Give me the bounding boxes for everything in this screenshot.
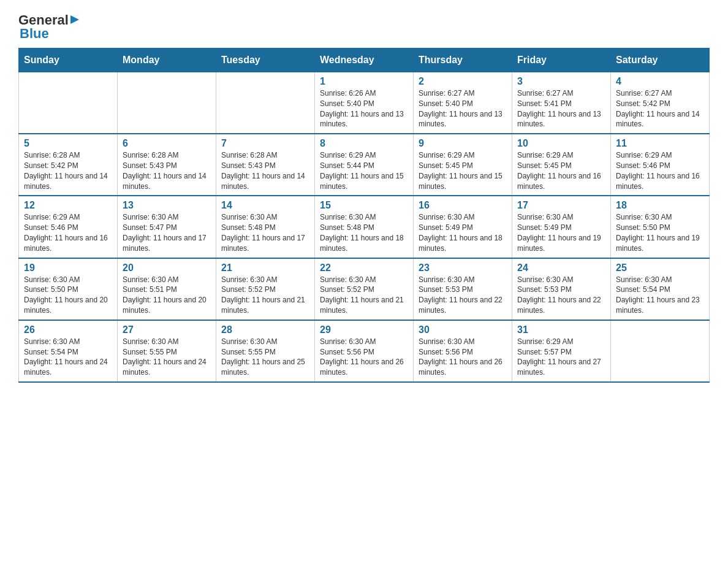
calendar-cell: 30Sunrise: 6:30 AM Sunset: 5:56 PM Dayli… bbox=[414, 320, 512, 382]
day-number: 26 bbox=[24, 324, 112, 335]
calendar-cell: 15Sunrise: 6:30 AM Sunset: 5:48 PM Dayli… bbox=[315, 196, 414, 258]
calendar-cell: 7Sunrise: 6:28 AM Sunset: 5:43 PM Daylig… bbox=[216, 134, 315, 196]
day-info: Sunrise: 6:30 AM Sunset: 5:50 PM Dayligh… bbox=[616, 212, 704, 253]
col-header-friday: Friday bbox=[512, 48, 611, 72]
calendar-cell: 21Sunrise: 6:30 AM Sunset: 5:52 PM Dayli… bbox=[216, 258, 315, 320]
day-info: Sunrise: 6:27 AM Sunset: 5:41 PM Dayligh… bbox=[517, 88, 605, 129]
day-info: Sunrise: 6:30 AM Sunset: 5:56 PM Dayligh… bbox=[419, 337, 507, 378]
day-info: Sunrise: 6:30 AM Sunset: 5:48 PM Dayligh… bbox=[320, 212, 408, 253]
calendar-cell: 11Sunrise: 6:29 AM Sunset: 5:46 PM Dayli… bbox=[611, 134, 710, 196]
logo-text-blue: Blue bbox=[20, 26, 49, 42]
calendar-table: SundayMondayTuesdayWednesdayThursdayFrid… bbox=[18, 48, 710, 383]
calendar-cell: 9Sunrise: 6:29 AM Sunset: 5:45 PM Daylig… bbox=[414, 134, 512, 196]
calendar-cell: 12Sunrise: 6:29 AM Sunset: 5:46 PM Dayli… bbox=[19, 196, 118, 258]
day-number: 9 bbox=[419, 138, 507, 149]
day-info: Sunrise: 6:30 AM Sunset: 5:56 PM Dayligh… bbox=[320, 337, 408, 378]
day-number: 5 bbox=[24, 138, 112, 149]
day-number: 29 bbox=[320, 324, 408, 335]
calendar-week-row: 19Sunrise: 6:30 AM Sunset: 5:50 PM Dayli… bbox=[19, 258, 710, 320]
calendar-cell: 23Sunrise: 6:30 AM Sunset: 5:53 PM Dayli… bbox=[414, 258, 512, 320]
day-info: Sunrise: 6:28 AM Sunset: 5:43 PM Dayligh… bbox=[123, 150, 211, 191]
calendar-cell: 29Sunrise: 6:30 AM Sunset: 5:56 PM Dayli… bbox=[315, 320, 414, 382]
day-number: 17 bbox=[517, 200, 605, 211]
calendar-cell: 3Sunrise: 6:27 AM Sunset: 5:41 PM Daylig… bbox=[512, 72, 611, 134]
day-number: 23 bbox=[419, 262, 507, 274]
day-info: Sunrise: 6:28 AM Sunset: 5:42 PM Dayligh… bbox=[24, 150, 112, 191]
day-info: Sunrise: 6:29 AM Sunset: 5:44 PM Dayligh… bbox=[320, 150, 408, 191]
logo: General Blue bbox=[18, 12, 82, 42]
day-number: 12 bbox=[24, 200, 112, 211]
calendar-cell: 24Sunrise: 6:30 AM Sunset: 5:53 PM Dayli… bbox=[512, 258, 611, 320]
day-number: 25 bbox=[616, 262, 704, 274]
day-number: 18 bbox=[616, 200, 704, 211]
day-info: Sunrise: 6:30 AM Sunset: 5:47 PM Dayligh… bbox=[123, 212, 211, 253]
calendar-cell: 18Sunrise: 6:30 AM Sunset: 5:50 PM Dayli… bbox=[611, 196, 710, 258]
calendar-cell: 1Sunrise: 6:26 AM Sunset: 5:40 PM Daylig… bbox=[315, 72, 414, 134]
calendar-cell: 22Sunrise: 6:30 AM Sunset: 5:52 PM Dayli… bbox=[315, 258, 414, 320]
day-info: Sunrise: 6:30 AM Sunset: 5:55 PM Dayligh… bbox=[221, 337, 309, 378]
day-number: 7 bbox=[221, 138, 309, 149]
day-info: Sunrise: 6:30 AM Sunset: 5:52 PM Dayligh… bbox=[221, 275, 309, 316]
col-header-sunday: Sunday bbox=[19, 48, 118, 72]
calendar-cell bbox=[118, 72, 216, 134]
svg-marker-0 bbox=[70, 15, 79, 24]
day-number: 6 bbox=[123, 138, 211, 149]
day-number: 19 bbox=[24, 262, 112, 274]
day-info: Sunrise: 6:27 AM Sunset: 5:42 PM Dayligh… bbox=[616, 88, 704, 129]
day-info: Sunrise: 6:30 AM Sunset: 5:54 PM Dayligh… bbox=[616, 275, 704, 316]
day-number: 31 bbox=[517, 324, 605, 335]
day-number: 11 bbox=[616, 138, 704, 149]
day-info: Sunrise: 6:30 AM Sunset: 5:51 PM Dayligh… bbox=[123, 275, 211, 316]
calendar-cell: 17Sunrise: 6:30 AM Sunset: 5:49 PM Dayli… bbox=[512, 196, 611, 258]
calendar-cell: 10Sunrise: 6:29 AM Sunset: 5:45 PM Dayli… bbox=[512, 134, 611, 196]
day-info: Sunrise: 6:26 AM Sunset: 5:40 PM Dayligh… bbox=[320, 88, 408, 129]
day-info: Sunrise: 6:30 AM Sunset: 5:53 PM Dayligh… bbox=[517, 275, 605, 316]
day-info: Sunrise: 6:29 AM Sunset: 5:46 PM Dayligh… bbox=[24, 212, 112, 253]
day-info: Sunrise: 6:30 AM Sunset: 5:50 PM Dayligh… bbox=[24, 275, 112, 316]
day-info: Sunrise: 6:30 AM Sunset: 5:54 PM Dayligh… bbox=[24, 337, 112, 378]
day-number: 4 bbox=[616, 76, 704, 87]
col-header-thursday: Thursday bbox=[414, 48, 512, 72]
calendar-cell: 8Sunrise: 6:29 AM Sunset: 5:44 PM Daylig… bbox=[315, 134, 414, 196]
calendar-cell: 28Sunrise: 6:30 AM Sunset: 5:55 PM Dayli… bbox=[216, 320, 315, 382]
day-info: Sunrise: 6:30 AM Sunset: 5:53 PM Dayligh… bbox=[419, 275, 507, 316]
calendar-cell: 6Sunrise: 6:28 AM Sunset: 5:43 PM Daylig… bbox=[118, 134, 216, 196]
calendar-week-row: 12Sunrise: 6:29 AM Sunset: 5:46 PM Dayli… bbox=[19, 196, 710, 258]
col-header-saturday: Saturday bbox=[611, 48, 710, 72]
day-info: Sunrise: 6:30 AM Sunset: 5:49 PM Dayligh… bbox=[419, 212, 507, 253]
calendar-cell: 2Sunrise: 6:27 AM Sunset: 5:40 PM Daylig… bbox=[414, 72, 512, 134]
day-number: 27 bbox=[123, 324, 211, 335]
calendar-cell bbox=[216, 72, 315, 134]
day-info: Sunrise: 6:29 AM Sunset: 5:57 PM Dayligh… bbox=[517, 337, 605, 378]
calendar-cell: 26Sunrise: 6:30 AM Sunset: 5:54 PM Dayli… bbox=[19, 320, 118, 382]
logo-arrow-icon bbox=[70, 14, 82, 25]
calendar-cell: 31Sunrise: 6:29 AM Sunset: 5:57 PM Dayli… bbox=[512, 320, 611, 382]
day-number: 14 bbox=[221, 200, 309, 211]
day-number: 8 bbox=[320, 138, 408, 149]
day-number: 16 bbox=[419, 200, 507, 211]
calendar-cell: 5Sunrise: 6:28 AM Sunset: 5:42 PM Daylig… bbox=[19, 134, 118, 196]
day-info: Sunrise: 6:29 AM Sunset: 5:45 PM Dayligh… bbox=[419, 150, 507, 191]
calendar-cell: 27Sunrise: 6:30 AM Sunset: 5:55 PM Dayli… bbox=[118, 320, 216, 382]
col-header-wednesday: Wednesday bbox=[315, 48, 414, 72]
calendar-cell bbox=[611, 320, 710, 382]
day-info: Sunrise: 6:29 AM Sunset: 5:46 PM Dayligh… bbox=[616, 150, 704, 191]
day-info: Sunrise: 6:29 AM Sunset: 5:45 PM Dayligh… bbox=[517, 150, 605, 191]
day-number: 24 bbox=[517, 262, 605, 274]
calendar-cell bbox=[19, 72, 118, 134]
calendar-cell: 14Sunrise: 6:30 AM Sunset: 5:48 PM Dayli… bbox=[216, 196, 315, 258]
day-number: 28 bbox=[221, 324, 309, 335]
col-header-tuesday: Tuesday bbox=[216, 48, 315, 72]
day-info: Sunrise: 6:30 AM Sunset: 5:49 PM Dayligh… bbox=[517, 212, 605, 253]
calendar-cell: 25Sunrise: 6:30 AM Sunset: 5:54 PM Dayli… bbox=[611, 258, 710, 320]
day-number: 3 bbox=[517, 76, 605, 87]
calendar-cell: 19Sunrise: 6:30 AM Sunset: 5:50 PM Dayli… bbox=[19, 258, 118, 320]
day-number: 1 bbox=[320, 76, 408, 87]
calendar-week-row: 26Sunrise: 6:30 AM Sunset: 5:54 PM Dayli… bbox=[19, 320, 710, 382]
calendar-header-row: SundayMondayTuesdayWednesdayThursdayFrid… bbox=[19, 48, 710, 72]
day-info: Sunrise: 6:28 AM Sunset: 5:43 PM Dayligh… bbox=[221, 150, 309, 191]
day-number: 30 bbox=[419, 324, 507, 335]
calendar-cell: 16Sunrise: 6:30 AM Sunset: 5:49 PM Dayli… bbox=[414, 196, 512, 258]
day-info: Sunrise: 6:30 AM Sunset: 5:52 PM Dayligh… bbox=[320, 275, 408, 316]
col-header-monday: Monday bbox=[118, 48, 216, 72]
